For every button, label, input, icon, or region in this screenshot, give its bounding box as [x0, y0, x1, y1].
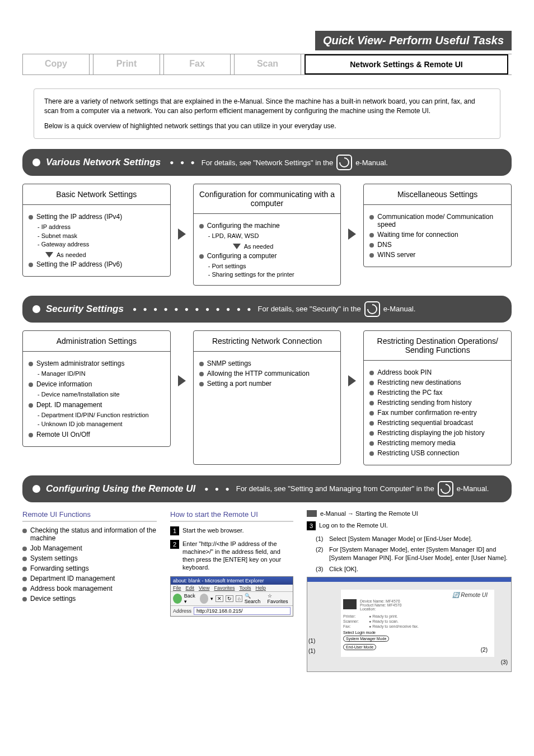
box-restrict-destination: Restricting Destination Operations/ Send… [363, 330, 512, 465]
home-icon[interactable]: ⌂ [236, 595, 242, 602]
subitem: - Department ID/PIN/ Function restrictio… [38, 411, 165, 419]
item: Setting the IP address (IPv4) [36, 213, 122, 221]
tab-network[interactable]: Network Settings & Remote UI [305, 54, 508, 74]
reference-icon [307, 510, 317, 517]
browser-titlebar: about: blank - Microsoft Internet Explor… [171, 577, 293, 585]
item: Restricting memory media [377, 439, 455, 447]
remote-functions-title: Remote UI Functions [22, 510, 157, 522]
dots-icon: ● ● ● [170, 158, 196, 166]
item: Job Management [30, 544, 82, 552]
item: Configuring a computer [207, 252, 277, 260]
emanual-icon [336, 155, 352, 170]
item: Fax number confirmation re-entry [377, 409, 476, 417]
item: Restricting the PC fax [377, 389, 442, 396]
end-user-mode-option[interactable]: End-User Mode [343, 644, 376, 650]
dot-icon [22, 529, 27, 533]
favorites-icon[interactable]: ☆ Favorites [268, 593, 291, 604]
down-arrow-icon [233, 244, 241, 249]
remote-ui-login-mock: 🔄 Remote UI Device Name: MF4570Product N… [307, 577, 512, 672]
callout-1: (1) [308, 638, 315, 644]
dot-icon [22, 567, 27, 571]
section-remote-detail-prefix: For details, see "Setting and Managing f… [236, 484, 434, 493]
item: SNMP settings [207, 360, 251, 367]
menu-favorites[interactable]: Favorites [214, 585, 235, 591]
menu-file[interactable]: File [173, 585, 181, 591]
browser-mock: about: blank - Microsoft Internet Explor… [170, 576, 293, 617]
box-admin-settings: Administration Settings System administr… [22, 330, 171, 447]
section-security-detail-suffix: e-Manual. [383, 305, 416, 313]
dot-icon [22, 557, 27, 561]
arrow-right-icon [178, 228, 186, 240]
arrow-right-icon [348, 228, 356, 240]
step-text: Enter "http://<the IP address of the mac… [182, 540, 293, 572]
dot-icon [29, 382, 33, 387]
dot-icon [22, 587, 27, 591]
dot-icon [199, 254, 204, 259]
forward-button-icon[interactable] [200, 594, 209, 604]
dot-icon [369, 215, 374, 220]
emanual-icon [364, 301, 380, 317]
dot-icon [369, 391, 374, 395]
tabs: Copy Print Fax Scan Network Settings & R… [22, 54, 512, 75]
item: Communication mode/ Communication speed [377, 213, 505, 228]
section-remote-detail-suffix: e-Manual. [457, 484, 489, 493]
tab-copy[interactable]: Copy [22, 54, 90, 74]
step-text: Start the web browser. [182, 526, 243, 534]
back-button-icon[interactable] [173, 594, 182, 604]
substep-number: (3) [316, 565, 329, 573]
item: Checking the status and information of t… [30, 526, 157, 542]
down-arrow-icon [45, 252, 53, 258]
page-title: Quick View- Perform Useful Tasks [315, 31, 512, 50]
as-needed-label: As needed [57, 251, 86, 258]
box-head: Restricting Network Connection [194, 331, 341, 352]
box-head: Miscellaneous Settings [364, 184, 511, 205]
search-icon[interactable]: 🔍 Search [245, 593, 265, 604]
section-security-title: Security Settings [46, 304, 124, 315]
callout-2: (2) [481, 647, 488, 653]
dot-icon [199, 382, 204, 386]
dot-icon [369, 451, 374, 456]
item: Restricting USB connection [377, 449, 459, 457]
address-input[interactable]: http://192.168.0.215/ [194, 607, 291, 615]
substep-number: (2) [316, 545, 329, 563]
dot-icon [369, 401, 374, 405]
item: System administrator settings [36, 360, 124, 367]
item: Restricting displaying the job history [377, 429, 484, 437]
item: Waiting time for connection [377, 231, 458, 239]
dot-icon [369, 421, 374, 426]
item: Address book PIN [377, 368, 432, 376]
emanual-icon [438, 481, 453, 497]
dot-icon [369, 371, 374, 375]
dot-icon [199, 224, 204, 228]
dot-icon [199, 372, 204, 376]
dot-icon [369, 233, 374, 237]
step-text: Log on to the Remote UI. [319, 521, 388, 529]
box-misc-settings: Miscellaneous Settings Communication mod… [363, 184, 512, 267]
item: Device settings [30, 595, 76, 603]
menu-view[interactable]: View [199, 585, 209, 591]
system-manager-mode-option[interactable]: System Manager Mode [343, 636, 389, 642]
section-network-detail-prefix: For details, see "Network Settings" in t… [202, 158, 333, 167]
menu-help[interactable]: Help [255, 585, 266, 591]
stop-icon[interactable]: ✕ [216, 595, 223, 602]
substep-text: For [System Manager Mode], enter [System… [329, 545, 512, 563]
section-remote-title: Configuring Using the Remote UI [46, 483, 195, 494]
tab-fax[interactable]: Fax [163, 54, 231, 74]
box-head: Configuration for communicating with a c… [194, 184, 341, 214]
dot-icon [369, 253, 374, 258]
tab-print[interactable]: Print [93, 54, 160, 74]
box-restrict-network: Restricting Network Connection SNMP sett… [193, 330, 341, 465]
tab-scan[interactable]: Scan [234, 54, 301, 74]
subitem: - Subnet mask [38, 232, 165, 240]
substep-number: (1) [316, 535, 329, 543]
menu-tools[interactable]: Tools [239, 585, 251, 591]
menu-edit[interactable]: Edit [186, 585, 195, 591]
bullet-icon [32, 485, 40, 493]
item: Department ID management [30, 575, 115, 582]
dot-icon [29, 403, 33, 408]
subitem: - Port settings [208, 262, 335, 270]
item: Setting the IP address (IPv6) [36, 260, 122, 268]
dot-icon [199, 362, 204, 366]
refresh-icon[interactable]: ↻ [226, 595, 233, 602]
dot-icon [29, 433, 33, 437]
